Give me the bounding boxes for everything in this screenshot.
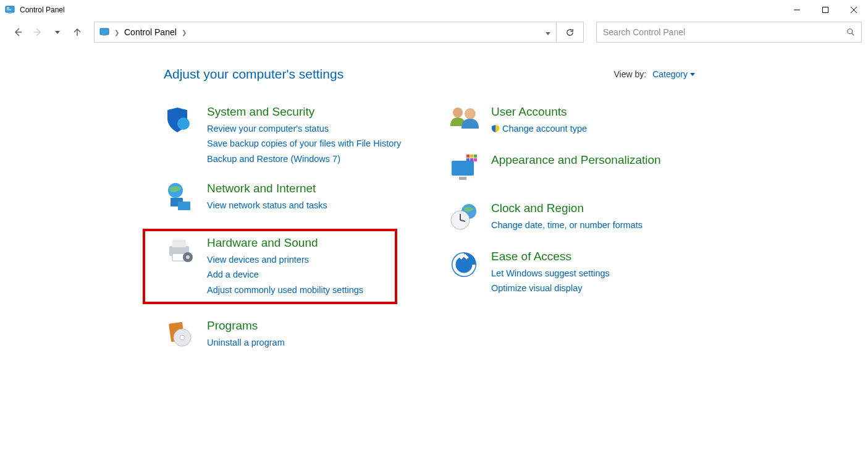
svg-line-14 <box>852 33 854 36</box>
breadcrumb-separator[interactable]: ❯ <box>182 29 187 36</box>
category-title[interactable]: Appearance and Personalization <box>491 153 661 168</box>
globe-network-icon[interactable] <box>164 182 196 214</box>
uac-shield-icon <box>491 124 500 133</box>
category-title[interactable]: System and Security <box>207 105 401 119</box>
category-ease-of-access: Ease of Access Let Windows suggest setti… <box>448 249 695 297</box>
close-button[interactable] <box>840 0 868 19</box>
category-clock-and-region: Clock and Region Change date, time, or n… <box>448 200 695 235</box>
category-link[interactable]: Let Windows suggest settings <box>491 266 610 280</box>
address-history-dropdown[interactable] <box>540 27 556 37</box>
address-bar[interactable]: ❯ Control Panel ❯ <box>94 22 584 43</box>
svg-rect-34 <box>466 158 470 161</box>
category-link[interactable]: Change date, time, or number formats <box>491 218 643 232</box>
window-controls <box>783 0 868 19</box>
refresh-button[interactable] <box>556 22 583 42</box>
category-title[interactable]: Ease of Access <box>491 250 610 264</box>
view-by-dropdown[interactable]: Category <box>652 69 695 79</box>
address-bar-icon <box>99 27 109 37</box>
category-link[interactable]: Backup and Restore (Windows 7) <box>207 152 401 166</box>
minimize-button[interactable] <box>783 0 811 19</box>
up-button[interactable] <box>72 27 83 38</box>
maximize-button[interactable] <box>811 0 840 19</box>
category-title[interactable]: User Accounts <box>491 105 587 119</box>
svg-point-13 <box>848 29 853 34</box>
svg-rect-30 <box>459 177 466 180</box>
category-column-left: System and Security Review your computer… <box>164 104 411 352</box>
svg-rect-2 <box>7 9 11 11</box>
svg-point-23 <box>186 255 190 259</box>
category-user-accounts: User Accounts Change account type <box>448 104 695 138</box>
category-title[interactable]: Hardware and Sound <box>207 236 363 250</box>
category-appearance-and-personalization: Appearance and Personalization <box>448 152 695 187</box>
printer-icon[interactable] <box>164 236 196 268</box>
breadcrumb-item[interactable]: Control Panel <box>124 27 177 37</box>
search-box[interactable] <box>596 22 862 43</box>
control-panel-icon <box>5 5 15 15</box>
svg-point-28 <box>465 108 476 119</box>
svg-rect-5 <box>823 7 828 12</box>
svg-rect-18 <box>178 202 190 210</box>
svg-point-26 <box>180 335 185 340</box>
category-programs: Programs Uninstall a program <box>164 318 411 352</box>
nav-row: ❯ Control Panel ❯ <box>0 20 868 45</box>
category-link[interactable]: Adjust commonly used mobility settings <box>207 283 363 297</box>
category-network-and-internet: Network and Internet View network status… <box>164 181 411 215</box>
svg-point-27 <box>453 108 463 117</box>
category-link[interactable]: Review your computer's status <box>207 122 401 135</box>
category-link[interactable]: Change account type <box>491 122 587 135</box>
users-icon[interactable] <box>448 105 480 137</box>
category-title[interactable]: Network and Internet <box>207 182 327 196</box>
category-column-right: User Accounts Change account type <box>448 104 695 352</box>
svg-rect-33 <box>474 155 477 158</box>
window-title: Control Panel <box>20 6 65 14</box>
category-link[interactable]: Add a device <box>207 268 363 281</box>
svg-rect-29 <box>452 161 474 176</box>
category-link[interactable]: View devices and printers <box>207 253 363 266</box>
category-system-and-security: System and Security Review your computer… <box>164 104 411 167</box>
category-hardware-and-sound: Hardware and Sound View devices and prin… <box>143 229 397 304</box>
svg-rect-12 <box>103 35 106 36</box>
recent-locations-button[interactable] <box>52 27 63 38</box>
back-button[interactable] <box>12 27 23 38</box>
svg-rect-35 <box>470 158 473 161</box>
category-title[interactable]: Clock and Region <box>491 202 643 216</box>
clock-globe-icon[interactable] <box>448 202 480 234</box>
svg-rect-36 <box>474 158 477 161</box>
shield-icon[interactable] <box>164 105 196 137</box>
svg-rect-31 <box>466 155 470 158</box>
category-link[interactable]: Save backup copies of your files with Fi… <box>207 137 401 150</box>
disc-box-icon[interactable] <box>164 319 196 351</box>
svg-rect-32 <box>470 155 473 158</box>
search-icon[interactable] <box>846 28 855 36</box>
content-area: Adjust your computer's settings View by:… <box>0 45 868 352</box>
page-heading: Adjust your computer's settings <box>164 67 343 82</box>
monitor-colors-icon[interactable] <box>448 153 480 185</box>
category-link[interactable]: Uninstall a program <box>207 336 285 349</box>
svg-rect-20 <box>172 240 186 247</box>
forward-button[interactable] <box>32 27 43 38</box>
category-link[interactable]: Optimize visual display <box>491 281 610 295</box>
svg-rect-1 <box>7 7 9 9</box>
breadcrumb-separator[interactable]: ❯ <box>114 29 119 36</box>
category-title[interactable]: Programs <box>207 319 285 333</box>
svg-point-15 <box>177 117 190 130</box>
view-by-label: View by: <box>614 69 647 79</box>
svg-rect-3 <box>8 12 12 14</box>
category-link[interactable]: View network status and tasks <box>207 198 327 212</box>
ease-of-access-icon[interactable] <box>448 250 480 282</box>
title-bar: Control Panel <box>0 0 868 20</box>
search-input[interactable] <box>603 27 846 37</box>
svg-rect-11 <box>100 28 109 35</box>
